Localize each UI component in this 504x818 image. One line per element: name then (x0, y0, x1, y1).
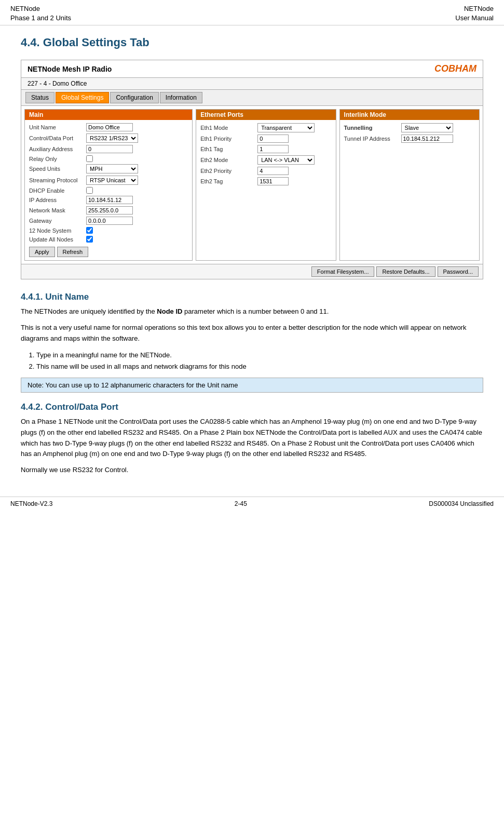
apply-button[interactable]: Apply (29, 247, 55, 257)
field-update-all-nodes: Update All Nodes (29, 236, 188, 243)
format-filesystem-button[interactable]: Format Filesystem... (311, 266, 375, 277)
label-relay-only: Relay Only (29, 156, 86, 162)
checkbox-12-node-system[interactable] (86, 227, 93, 234)
label-eth1-tag: Eth1 Tag (200, 146, 257, 152)
panel-bottom-bar: Format Filesystem... Restore Defaults...… (21, 264, 483, 279)
field-tunnelling: Tunnelling Slave (344, 123, 475, 132)
select-streaming-protocol[interactable]: RTSP Unicast (86, 176, 138, 185)
label-gateway: Gateway (29, 218, 86, 224)
input-gateway[interactable] (86, 217, 133, 225)
label-tunnelling: Tunnelling (344, 125, 401, 131)
list-item-1: Type in a meaningful name for the NETNod… (36, 350, 483, 361)
section-heading: 4.4. Global Settings Tab (21, 36, 483, 49)
label-dhcp-enable: DHCP Enable (29, 187, 86, 194)
restore-defaults-button[interactable]: Restore Defaults... (376, 266, 435, 277)
interlink-column: Interlink Mode Tunnelling Slave Tunnel I… (339, 109, 480, 261)
field-eth2-mode: Eth2 Mode LAN <-> VLAN (200, 155, 331, 165)
field-unit-name: Unit Name (29, 123, 188, 131)
field-relay-only: Relay Only (29, 155, 188, 162)
header-subtitle: Phase 1 and 2 Units (10, 14, 71, 23)
header-product: NETNode (10, 4, 71, 14)
label-tunnel-ip: Tunnel IP Address (344, 136, 401, 142)
page-footer: NETNode-V2.3 2-45 DS000034 Unclassified (0, 497, 504, 511)
input-ip-address[interactable] (86, 196, 133, 204)
label-speed-units: Speed Units (29, 166, 86, 172)
select-tunnelling[interactable]: Slave (401, 123, 453, 132)
field-gateway: Gateway (29, 217, 188, 225)
sub-heading-unit-name: 4.4.1. Unit Name (21, 292, 483, 302)
para-unit-name-2: This is not a very useful name for norma… (21, 323, 483, 344)
label-update-all-nodes: Update All Nodes (29, 236, 86, 243)
field-eth1-priority: Eth1 Priority (200, 135, 331, 143)
main-column: Main Unit Name Control/Data Port RS232 1… (24, 109, 193, 261)
checkbox-relay-only[interactable] (86, 155, 93, 162)
label-eth1-priority: Eth1 Priority (200, 136, 257, 142)
refresh-button[interactable]: Refresh (57, 247, 89, 257)
sub-heading-control-data-port: 4.4.2. Control/Data Port (21, 402, 483, 412)
footer-left: NETNode-V2.3 (10, 500, 52, 507)
unit-name-list: Type in a meaningful name for the NETNod… (36, 350, 483, 372)
field-eth2-priority: Eth2 Priority (200, 167, 331, 175)
tab-status[interactable]: Status (25, 92, 55, 103)
password-button[interactable]: Password... (438, 266, 479, 277)
input-network-mask[interactable] (86, 206, 133, 214)
label-eth1-mode: Eth1 Mode (200, 125, 257, 131)
label-eth2-tag: Eth2 Tag (200, 178, 257, 184)
field-speed-units: Speed Units MPH (29, 164, 188, 173)
label-unit-name: Unit Name (29, 124, 86, 130)
field-tunnel-ip: Tunnel IP Address (344, 135, 475, 143)
header-left: NETNode Phase 1 and 2 Units (10, 4, 71, 23)
main-col-body: Unit Name Control/Data Port RS232 1/RS23… (25, 120, 192, 260)
interlink-col-body: Tunnelling Slave Tunnel IP Address (340, 120, 479, 148)
field-aux-address: Auxiliary Address (29, 145, 188, 153)
field-12-node-system: 12 Node System (29, 227, 188, 234)
main-content: 4.4. Global Settings Tab NETNode Mesh IP… (0, 25, 504, 491)
label-network-mask: Network Mask (29, 207, 86, 213)
label-control-data-port: Control/Data Port (29, 135, 86, 141)
footer-right: DS000034 Unclassified (429, 500, 494, 507)
label-eth2-mode: Eth2 Mode (200, 157, 257, 163)
select-eth2-mode[interactable]: LAN <-> VLAN (257, 155, 315, 165)
eth-col-header: Ethernet Ports (196, 110, 335, 120)
label-12-node-system: 12 Node System (29, 227, 86, 234)
interlink-col-header: Interlink Mode (340, 110, 479, 120)
input-aux-address[interactable] (86, 145, 133, 153)
field-network-mask: Network Mask (29, 206, 188, 214)
field-ip-address: IP Address (29, 196, 188, 204)
input-eth1-tag[interactable] (257, 145, 289, 153)
tab-global-settings[interactable]: Global Settings (56, 92, 109, 103)
eth-column: Ethernet Ports Eth1 Mode Transparent Eth… (196, 109, 336, 261)
cobham-logo: COBHAM (434, 63, 476, 74)
select-control-data-port[interactable]: RS232 1/RS232 2 (86, 133, 138, 143)
input-unit-name[interactable] (86, 123, 133, 131)
field-eth2-tag: Eth2 Tag (200, 177, 331, 185)
main-col-header: Main (25, 110, 192, 120)
tab-configuration[interactable]: Configuration (110, 92, 158, 103)
field-eth1-tag: Eth1 Tag (200, 145, 331, 153)
input-tunnel-ip[interactable] (401, 135, 453, 143)
field-dhcp-enable: DHCP Enable (29, 187, 188, 194)
ui-panel: NETNode Mesh IP Radio COBHAM 227 - 4 - D… (21, 60, 483, 279)
checkbox-update-all-nodes[interactable] (86, 236, 93, 243)
header-doc-title: NETNode (455, 4, 494, 14)
label-ip-address: IP Address (29, 197, 86, 203)
input-eth2-priority[interactable] (257, 167, 289, 175)
eth-col-body: Eth1 Mode Transparent Eth1 Priority Eth1… (196, 120, 335, 191)
tab-bar: Status Global Settings Configuration Inf… (21, 90, 483, 106)
input-eth2-tag[interactable] (257, 177, 289, 185)
select-eth1-mode[interactable]: Transparent (257, 123, 315, 132)
checkbox-dhcp-enable[interactable] (86, 187, 93, 194)
field-eth1-mode: Eth1 Mode Transparent (200, 123, 331, 132)
para-unit-name-1: The NETNodes are uniquely identified by … (21, 306, 483, 317)
bottom-right: Format Filesystem... Restore Defaults...… (311, 266, 479, 277)
tab-information[interactable]: Information (160, 92, 202, 103)
header-doc-type: User Manual (455, 14, 494, 23)
input-eth1-priority[interactable] (257, 135, 289, 143)
select-speed-units[interactable]: MPH (86, 164, 138, 173)
footer-center: 2-45 (235, 500, 247, 507)
page-header: NETNode Phase 1 and 2 Units NETNode User… (0, 0, 504, 25)
field-streaming-protocol: Streaming Protocol RTSP Unicast (29, 176, 188, 185)
header-right: NETNode User Manual (455, 4, 494, 23)
label-eth2-priority: Eth2 Priority (200, 168, 257, 174)
note-box: Note: You can use up to 12 alphanumeric … (21, 378, 483, 393)
